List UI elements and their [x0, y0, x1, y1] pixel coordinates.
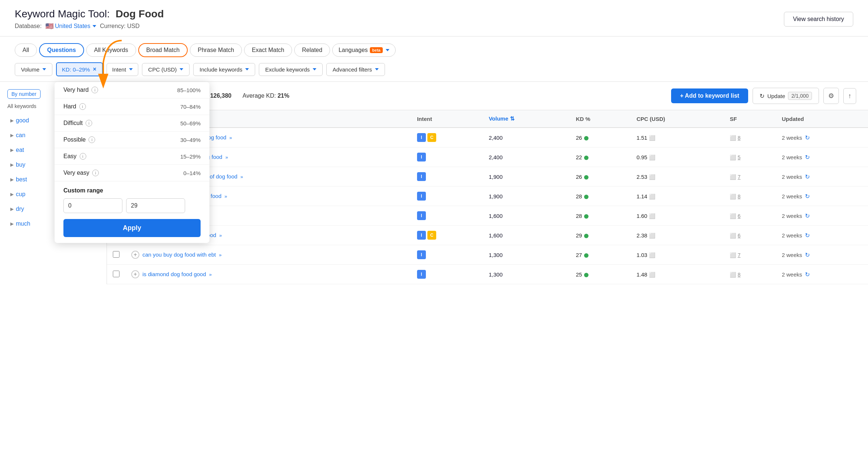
keyword-cell-6: + can you buy dog food with ebt » — [125, 245, 411, 265]
th-volume[interactable]: Volume ⇅ — [483, 110, 570, 128]
row-checkbox-7[interactable] — [113, 271, 119, 277]
sf-link-3[interactable]: 8 — [738, 194, 741, 199]
updated-text-0: 2 weeks — [782, 135, 802, 141]
keyword-arrow-6: » — [219, 252, 222, 258]
tab-questions[interactable]: Questions — [39, 43, 84, 57]
add-keyword-icon-7[interactable]: + — [131, 270, 139, 278]
row-refresh-icon-0[interactable]: ↻ — [805, 134, 810, 141]
updated-cell-1: 2 weeks ↻ — [776, 147, 868, 167]
row-refresh-icon-1[interactable]: ↻ — [805, 154, 810, 161]
updated-content-2: 2 weeks ↻ — [782, 173, 862, 180]
sf-link-2[interactable]: 7 — [738, 174, 741, 180]
include-keywords-button[interactable]: Include keywords — [193, 63, 255, 76]
add-to-keyword-list-button[interactable]: + Add to keyword list — [671, 88, 748, 103]
cpc-cell-3: 1.14 ⬜ — [631, 187, 724, 206]
kd-cell-7: 25 — [570, 265, 631, 284]
difficult-info-icon[interactable]: i — [86, 120, 92, 126]
th-sf[interactable]: SF — [724, 110, 776, 128]
sidebar-item-buy-name: ▶ buy — [10, 161, 25, 168]
tab-all[interactable]: All — [15, 44, 37, 57]
keyword-link-7[interactable]: is diamond dog food good » — [142, 271, 212, 277]
screen-icon-5: ⬜ — [649, 233, 655, 239]
easy-info-icon[interactable]: i — [80, 153, 86, 160]
row-refresh-icon-6[interactable]: ↻ — [805, 251, 810, 258]
settings-button[interactable]: ⚙ — [823, 88, 839, 104]
kd-option-possible[interactable]: Possible i 30–49% — [55, 132, 209, 148]
advanced-filters-button[interactable]: Advanced filters — [326, 63, 385, 76]
th-kd[interactable]: KD % — [570, 110, 631, 128]
th-intent[interactable]: Intent — [411, 110, 483, 128]
add-keyword-icon-6[interactable]: + — [131, 251, 139, 259]
sidebar-item-eat-name: ▶ eat — [10, 147, 24, 153]
possible-info-icon[interactable]: i — [88, 136, 95, 143]
sf-link-1[interactable]: 5 — [738, 154, 741, 160]
updated-cell-5: 2 weeks ↻ — [776, 226, 868, 245]
currency-label: Currency: USD — [100, 23, 140, 29]
sf-link-7[interactable]: 8 — [738, 272, 741, 278]
export-button[interactable]: ↑ — [843, 88, 856, 104]
sf-link-6[interactable]: 7 — [738, 252, 741, 258]
volume-filter-button[interactable]: Volume — [15, 63, 52, 76]
tab-all-keywords[interactable]: All Keywords — [86, 44, 136, 57]
row-refresh-icon-2[interactable]: ↻ — [805, 173, 810, 180]
row-checkbox-6[interactable] — [113, 251, 119, 258]
main-right: Keywords: 1,374 Total volume: 126,380 Av… — [107, 82, 868, 284]
languages-button[interactable]: Languages beta — [332, 44, 396, 57]
keyword-link-6[interactable]: can you buy dog food with ebt » — [142, 251, 222, 258]
intent-filter-button[interactable]: Intent — [107, 63, 138, 76]
update-button[interactable]: ↻ Update 2/1,000 — [753, 88, 819, 104]
intent-cell-7: I — [411, 265, 483, 284]
kd-value-5: 29 — [576, 232, 582, 239]
intent-cell-0: I C — [411, 128, 483, 147]
checkbox-cell-6 — [107, 245, 125, 265]
kd-option-difficult[interactable]: Difficult i 50–69% — [55, 115, 209, 132]
very-hard-label: Very hard — [63, 87, 88, 93]
kd-min-input[interactable] — [63, 198, 122, 213]
very-easy-info-icon[interactable]: i — [92, 170, 99, 176]
screen-icon-0: ⬜ — [649, 135, 655, 141]
header: Keyword Magic Tool: Dog Food Database: 🇺… — [0, 0, 868, 36]
volume-chevron-icon — [42, 68, 46, 70]
very-hard-info-icon[interactable]: i — [91, 87, 98, 93]
row-refresh-icon-5[interactable]: ↻ — [805, 232, 810, 239]
kd-clear-button[interactable]: × — [92, 66, 97, 73]
kd-max-input[interactable] — [126, 198, 185, 213]
kd-value-0: 26 — [576, 135, 582, 141]
tab-broad-match[interactable]: Broad Match — [138, 43, 188, 57]
th-cpc[interactable]: CPC (USD) — [631, 110, 724, 128]
kd-option-hard[interactable]: Hard i 70–84% — [55, 98, 209, 115]
updated-content-1: 2 weeks ↻ — [782, 154, 862, 161]
exclude-keywords-button[interactable]: Exclude keywords — [259, 63, 323, 76]
updated-text-6: 2 weeks — [782, 252, 802, 258]
row-refresh-icon-4[interactable]: ↻ — [805, 212, 810, 219]
keyword-arrow-0: » — [229, 135, 232, 140]
sf-cell-2: ⬜ 7 — [724, 167, 776, 187]
kd-filter-button[interactable]: KD: 0–29% × — [56, 62, 103, 76]
hard-info-icon[interactable]: i — [79, 103, 86, 110]
sf-link-0[interactable]: 8 — [738, 135, 741, 141]
view-history-button[interactable]: View search history — [784, 12, 853, 27]
by-number-button[interactable]: By number — [7, 89, 41, 99]
row-refresh-icon-3[interactable]: ↻ — [805, 193, 810, 200]
apply-button[interactable]: Apply — [63, 219, 201, 237]
kd-option-very-easy[interactable]: Very easy i 0–14% — [55, 165, 209, 181]
database-link[interactable]: 🇺🇸 United States — [45, 22, 96, 30]
sidebar-item-much-name: ▶ much — [10, 220, 30, 227]
kd-option-very-hard[interactable]: Very hard i 85–100% — [55, 82, 209, 98]
updated-content-6: 2 weeks ↻ — [782, 251, 862, 258]
sf-link-4[interactable]: 6 — [738, 213, 741, 219]
custom-range-inputs — [63, 198, 201, 213]
tab-phrase-match[interactable]: Phrase Match — [190, 44, 242, 57]
cpc-value-1: 0.95 — [636, 154, 647, 160]
tab-exact-match[interactable]: Exact Match — [244, 44, 292, 57]
tab-related[interactable]: Related — [294, 44, 330, 57]
update-count: 2/1,000 — [788, 92, 812, 100]
kd-option-easy[interactable]: Easy i 15–29% — [55, 148, 209, 165]
kd-value-2: 26 — [576, 174, 582, 180]
cpc-cell-6: 1.03 ⬜ — [631, 245, 724, 265]
th-updated[interactable]: Updated — [776, 110, 868, 128]
sf-link-5[interactable]: 6 — [738, 233, 741, 239]
row-refresh-icon-7[interactable]: ↻ — [805, 271, 810, 278]
updated-text-7: 2 weeks — [782, 271, 802, 278]
cpc-filter-button[interactable]: CPC (USD) — [142, 63, 190, 76]
